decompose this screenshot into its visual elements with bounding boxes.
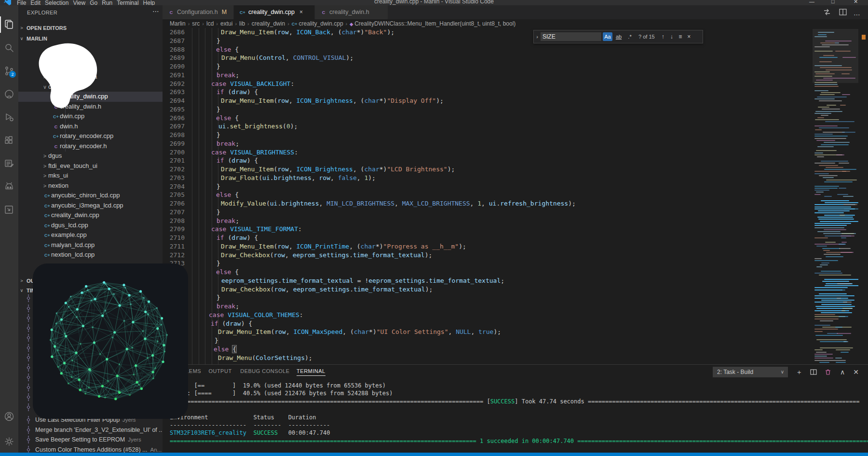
breadcrumb-item[interactable]: lib xyxy=(239,19,245,28)
code-line[interactable]: Draw_Checkbox(row, eeprom_settings.time_… xyxy=(163,285,813,294)
close-panel-icon[interactable]: ✕ xyxy=(851,367,861,377)
search-icon[interactable] xyxy=(3,42,15,54)
run-debug-icon[interactable] xyxy=(3,111,15,123)
open-changes-icon[interactable] xyxy=(822,7,833,18)
split-terminal-icon[interactable] xyxy=(809,367,818,377)
code-line[interactable]: 2691break; xyxy=(163,71,813,80)
explorer-icon[interactable] xyxy=(3,19,15,30)
code-line[interactable]: Draw_Menu_Item(row, ICON_MaxSpeed, (char… xyxy=(163,328,813,336)
menu-help[interactable]: Help xyxy=(143,0,155,5)
breadcrumb-item[interactable]: src xyxy=(192,19,200,28)
code-line[interactable]: 2707} xyxy=(163,208,813,217)
github-icon[interactable] xyxy=(3,88,15,100)
code-line[interactable]: break; xyxy=(163,302,813,311)
sidebar-more-actions-icon[interactable]: ⋯ xyxy=(152,7,159,15)
tree-item-malyan-lcd-cpp[interactable]: C+malyan_lcd.cpp xyxy=(18,240,163,250)
code-line[interactable]: 2695} xyxy=(163,105,813,114)
tree-item-example-cpp[interactable]: C+example.cpp xyxy=(18,230,163,240)
menu-file[interactable]: File xyxy=(17,0,26,5)
tree-item-anycubic-i3mega-lcd-cpp[interactable]: C+anycubic_i3mega_lcd.cpp xyxy=(18,201,163,211)
menu-selection[interactable]: Selection xyxy=(45,0,68,5)
next-match-icon[interactable]: ↓ xyxy=(667,33,676,40)
code-line[interactable]: if (draw) { xyxy=(163,319,813,328)
code-line[interactable]: 2686Draw_Menu_Item(row, ICON_Back, (char… xyxy=(163,28,813,37)
breadcrumb-item[interactable]: ◆CrealityDWINClass::Menu_Item_Handler(ui… xyxy=(350,19,515,28)
code-line[interactable]: 2693if (draw) { xyxy=(163,88,813,97)
code-line[interactable]: 2712Draw_Checkbox(row, eeprom_settings.t… xyxy=(163,251,813,260)
tree-item-rotary-encoder-cpp[interactable]: C+rotary_encoder.cpp xyxy=(18,131,163,141)
tree-item-creality-dwin-cpp[interactable]: C+creality_dwin.cpp xyxy=(18,210,163,221)
code-line[interactable]: Draw_Menu(ColorSettings); xyxy=(163,354,813,362)
extensions-icon[interactable] xyxy=(3,135,15,146)
match-case-button[interactable]: Aa xyxy=(603,32,612,41)
code-line[interactable]: 2713} xyxy=(163,259,813,268)
whole-word-button[interactable]: ab xyxy=(614,32,624,41)
code-line[interactable]: 2696else { xyxy=(163,114,813,123)
tab-creality-dwin-cpp[interactable]: C+creality_dwin.cpp× xyxy=(234,5,315,19)
breadcrumb-item[interactable]: C+creality_dwin.cpp xyxy=(292,19,343,28)
menu-view[interactable]: View xyxy=(73,0,85,5)
code-line[interactable]: eeprom_settings.time_format_textual = !e… xyxy=(163,276,813,285)
code-line[interactable]: 2706Modify_Value(ui.brightness, MIN_LCD_… xyxy=(163,199,813,208)
settings-icon[interactable] xyxy=(3,436,15,447)
code-line[interactable]: 2700case VISUAL_BRIGHTNESS: xyxy=(163,148,813,157)
tree-item-rotary-encoder-h[interactable]: Crotary_encoder.h xyxy=(18,141,163,152)
minimap[interactable] xyxy=(813,28,858,364)
code-line[interactable]: 2705else { xyxy=(163,191,813,199)
code-line[interactable]: 2710if (draw) { xyxy=(163,234,813,242)
breadcrumb-item[interactable]: Marlin xyxy=(170,19,186,28)
tree-item-dgus-lcd-cpp[interactable]: C+dgus_lcd.cpp xyxy=(18,221,163,231)
code-line[interactable]: 2697ui.set_brightness(0); xyxy=(163,122,813,131)
tree-item-dwin-h[interactable]: Cdwin.h xyxy=(18,122,163,132)
find-input[interactable] xyxy=(541,32,601,41)
code-line[interactable]: else { xyxy=(163,268,813,276)
find-in-selection-icon[interactable]: ≡ xyxy=(676,33,685,40)
code-line[interactable]: 2690} xyxy=(163,62,813,71)
code-line[interactable]: } xyxy=(163,336,813,345)
menu-terminal[interactable]: Terminal xyxy=(117,0,138,5)
code-line[interactable]: else { xyxy=(163,345,813,354)
minimize-icon[interactable]: — xyxy=(809,0,814,4)
code-line[interactable]: 2704} xyxy=(163,182,813,191)
timeline-item[interactable]: Merge branch 'Ender_3_V2_Extensible_UI' … xyxy=(18,425,163,435)
code-line[interactable]: case VISUAL_COLOR_THEMES: xyxy=(163,311,813,319)
breadcrumb-item[interactable]: lcd xyxy=(206,19,214,28)
code-line[interactable]: 2701if (draw) { xyxy=(163,156,813,165)
tab-creality-dwin-h[interactable]: Ccreality_dwin.h xyxy=(315,5,388,19)
menu-run[interactable]: Run xyxy=(102,0,112,5)
remote-console-icon[interactable] xyxy=(3,204,15,216)
code-line[interactable]: 2687} xyxy=(163,37,813,45)
code-line[interactable]: 2689Draw_Menu(Control, CONTROL_VISUAL); xyxy=(163,54,813,62)
close-find-icon[interactable]: × xyxy=(685,33,693,40)
kill-terminal-icon[interactable] xyxy=(823,367,833,377)
split-editor-icon[interactable] xyxy=(838,7,849,18)
code-line[interactable]: 2698} xyxy=(163,131,813,139)
terminal-task-select[interactable]: 2: Task - Build ∨ xyxy=(713,367,788,377)
code-line[interactable]: 2708break; xyxy=(163,217,813,225)
tree-item-anycubic-chiron-lcd-cpp[interactable]: C+anycubic_chiron_lcd.cpp xyxy=(18,191,163,201)
tree-item-nextion[interactable]: >nextion xyxy=(18,181,163,191)
code-line[interactable]: 2699break; xyxy=(163,139,813,148)
code-line[interactable]: 2709case VISUAL_TIME_FORMAT: xyxy=(163,225,813,234)
close-window-icon[interactable]: ✕ xyxy=(854,0,858,5)
close-tab-icon[interactable]: × xyxy=(299,9,303,15)
references-icon[interactable] xyxy=(3,158,15,169)
code-editor[interactable]: 2686Draw_Menu_Item(row, ICON_Back, (char… xyxy=(163,28,813,364)
breadcrumb-item[interactable]: extui xyxy=(220,19,232,28)
panel-tab-output[interactable]: OUTPUT xyxy=(208,368,231,374)
panel-tab-debug-console[interactable]: DEBUG CONSOLE xyxy=(240,368,289,374)
code-line[interactable]: 2688else { xyxy=(163,45,813,54)
breadcrumb-item[interactable]: creality_dwin xyxy=(252,19,285,28)
tab-configuration-h[interactable]: CConfiguration.hM xyxy=(163,5,234,19)
menu-edit[interactable]: Edit xyxy=(30,0,41,5)
tree-item-dwin-cpp[interactable]: C+dwin.cpp xyxy=(18,111,163,122)
timeline-item[interactable]: Custom Color Themes Additions (#528) ...… xyxy=(18,445,163,453)
code-line[interactable]: } xyxy=(163,293,813,302)
tree-item-dgus[interactable]: >dgus xyxy=(18,151,163,161)
regex-button[interactable]: .* xyxy=(625,32,635,41)
code-line[interactable]: 2711Draw_Menu_Item(row, ICON_PrintTime, … xyxy=(163,242,813,251)
find-expand-icon[interactable]: › xyxy=(534,34,541,40)
code-line[interactable]: 2694Draw_Menu_Item(row, ICON_Brightness,… xyxy=(163,97,813,105)
code-line[interactable]: 2702Draw_Menu_Item(row, ICON_Brightness,… xyxy=(163,165,813,174)
maximize-icon[interactable]: □ xyxy=(831,0,835,4)
